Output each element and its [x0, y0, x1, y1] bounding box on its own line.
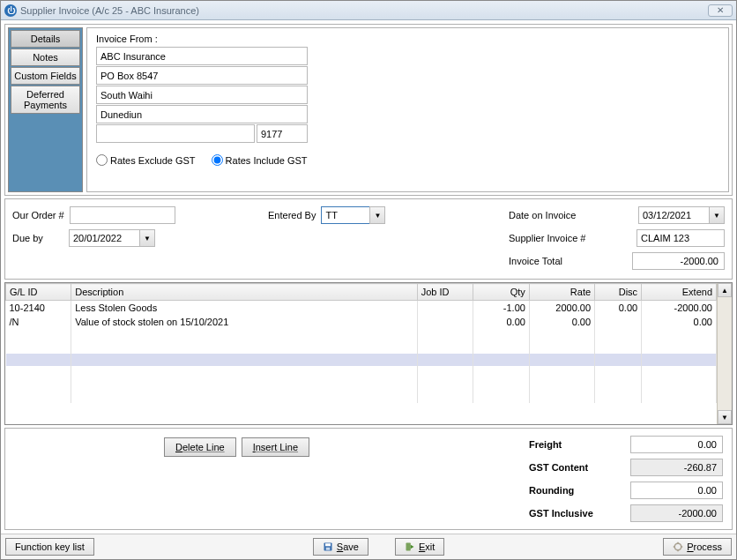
- cell-desc[interactable]: Value of stock stolen on 15/10/2021: [71, 315, 417, 329]
- col-header-rate[interactable]: Rate: [529, 284, 594, 301]
- supplier-invoice-label: Supplier Invoice #: [509, 233, 601, 243]
- table-row[interactable]: /N Value of stock stolen on 15/10/2021 0…: [6, 315, 717, 329]
- freight-input[interactable]: [630, 436, 723, 453]
- entered-by-combo[interactable]: ▼: [321, 206, 385, 224]
- insert-line-button[interactable]: Insert Line: [242, 437, 309, 457]
- tab-notes[interactable]: Notes: [11, 49, 80, 66]
- tab-deferred-line1: Deferred: [26, 89, 64, 100]
- entered-by-input[interactable]: [321, 206, 369, 224]
- table-row-empty[interactable]: [6, 391, 717, 403]
- date-on-invoice-label: Date on Invoice: [509, 210, 601, 220]
- due-by-dropdown[interactable]: ▼: [139, 229, 155, 247]
- app-icon: ⏻: [4, 4, 17, 17]
- cell-ext[interactable]: -2000.00: [642, 301, 717, 316]
- radio-exclude-gst-label: Rates Exclude GST: [110, 155, 196, 166]
- invoice-from-panel: Invoice From : Rates Exclude GST: [86, 27, 729, 192]
- table-row-selected[interactable]: [6, 354, 717, 366]
- cell-qty[interactable]: 0.00: [473, 315, 530, 329]
- tab-details[interactable]: Details: [11, 30, 80, 48]
- mid-section: Our Order # Entered By ▼ Date on Invoice: [4, 198, 733, 280]
- process-icon: [673, 541, 683, 552]
- due-by-combo[interactable]: ▼: [69, 229, 155, 247]
- supplier-name-input[interactable]: [96, 47, 308, 65]
- exit-button[interactable]: Exit: [395, 538, 444, 556]
- our-order-label: Our Order #: [12, 210, 64, 220]
- scroll-down-button[interactable]: ▼: [718, 410, 732, 424]
- table-row-empty[interactable]: [6, 329, 717, 341]
- cell-qty[interactable]: -1.00: [473, 301, 530, 316]
- cell-rate[interactable]: 2000.00: [529, 301, 594, 316]
- supplier-addr2-input[interactable]: [96, 86, 308, 104]
- delete-line-button[interactable]: Delete Line: [164, 437, 236, 457]
- gst-inclusive-value: [630, 504, 723, 522]
- top-section: Details Notes Custom Fields Deferred Pay…: [4, 24, 733, 196]
- supplier-addr3-input[interactable]: [96, 105, 308, 123]
- statusbar: Function key list Save Exit Process: [1, 534, 736, 559]
- radio-include-gst[interactable]: Rates Include GST: [212, 154, 308, 166]
- scroll-up-button[interactable]: ▲: [718, 283, 732, 297]
- invoice-total-label: Invoice Total: [509, 256, 601, 266]
- lines-grid[interactable]: G/L ID Description Job ID Qty Rate Disc …: [5, 283, 717, 403]
- date-on-invoice-dropdown[interactable]: ▼: [709, 206, 725, 224]
- cell-gl[interactable]: 10-2140: [6, 301, 71, 316]
- invoice-total-value: [632, 252, 725, 270]
- tab-deferred-payments[interactable]: Deferred Payments: [11, 86, 80, 114]
- grid-section: G/L ID Description Job ID Qty Rate Disc …: [4, 282, 733, 425]
- our-order-input[interactable]: [70, 206, 175, 224]
- svg-rect-1: [325, 543, 331, 546]
- invoice-from-label: Invoice From :: [96, 34, 719, 44]
- freight-label: Freight: [529, 439, 622, 450]
- radio-exclude-gst[interactable]: Rates Exclude GST: [96, 154, 196, 166]
- col-header-disc[interactable]: Disc: [595, 284, 642, 301]
- save-button[interactable]: Save: [313, 538, 368, 556]
- supplier-addr4-input[interactable]: [96, 124, 255, 143]
- col-header-job[interactable]: Job ID: [417, 284, 473, 301]
- entered-by-label: Entered By: [268, 210, 316, 220]
- date-on-invoice-input[interactable]: [638, 206, 709, 224]
- due-by-input[interactable]: [69, 229, 139, 247]
- grid-scrollbar[interactable]: ▲ ▼: [717, 283, 732, 424]
- table-row[interactable]: 10-2140 Less Stolen Goods -1.00 2000.00 …: [6, 301, 717, 316]
- cell-disc[interactable]: [595, 315, 642, 329]
- save-icon: [323, 541, 333, 552]
- radio-include-gst-input[interactable]: [212, 154, 223, 166]
- function-key-list-button[interactable]: Function key list: [5, 538, 94, 556]
- supplier-invoice-input[interactable]: [636, 229, 725, 247]
- cell-disc[interactable]: 0.00: [595, 301, 642, 316]
- close-button[interactable]: ✕: [708, 4, 733, 17]
- cell-job[interactable]: [417, 301, 473, 316]
- gst-radio-group: Rates Exclude GST Rates Include GST: [96, 154, 719, 166]
- cell-gl[interactable]: /N: [6, 315, 71, 329]
- entered-by-dropdown[interactable]: ▼: [369, 206, 385, 224]
- supplier-addr1-input[interactable]: [96, 66, 308, 85]
- cell-ext[interactable]: 0.00: [642, 315, 717, 329]
- svg-rect-3: [406, 543, 410, 551]
- gst-content-label: GST Content: [529, 462, 622, 473]
- date-on-invoice-combo[interactable]: ▼: [638, 206, 725, 224]
- radio-exclude-gst-input[interactable]: [96, 154, 108, 166]
- col-header-gl[interactable]: G/L ID: [6, 284, 71, 301]
- exit-icon: [405, 541, 415, 552]
- cell-job[interactable]: [417, 315, 473, 329]
- col-header-desc[interactable]: Description: [71, 284, 417, 301]
- rounding-label: Rounding: [529, 485, 622, 496]
- cell-rate[interactable]: 0.00: [529, 315, 594, 329]
- content-area: Details Notes Custom Fields Deferred Pay…: [1, 20, 736, 534]
- tab-deferred-line2: Payments: [24, 100, 67, 110]
- gst-content-value: [630, 459, 723, 476]
- svg-rect-2: [326, 548, 331, 550]
- window-title: Supplier Invoice (A/c 25 - ABC Insurance…: [20, 5, 708, 16]
- gst-inclusive-label: GST Inclusive: [529, 508, 622, 519]
- titlebar: ⏻ Supplier Invoice (A/c 25 - ABC Insuran…: [1, 1, 736, 20]
- col-header-qty[interactable]: Qty: [473, 284, 530, 301]
- rounding-input[interactable]: [630, 482, 723, 499]
- table-row-empty[interactable]: [6, 341, 717, 354]
- table-row-empty[interactable]: [6, 366, 717, 378]
- table-row-empty[interactable]: [6, 378, 717, 391]
- tab-custom-fields[interactable]: Custom Fields: [11, 67, 80, 85]
- process-button[interactable]: Process: [663, 538, 732, 556]
- totals-section: Delete Line Insert Line Freight GST Cont…: [4, 428, 733, 530]
- cell-desc[interactable]: Less Stolen Goods: [71, 301, 417, 316]
- col-header-ext[interactable]: Extend: [642, 284, 717, 301]
- supplier-zip-input[interactable]: [257, 124, 308, 143]
